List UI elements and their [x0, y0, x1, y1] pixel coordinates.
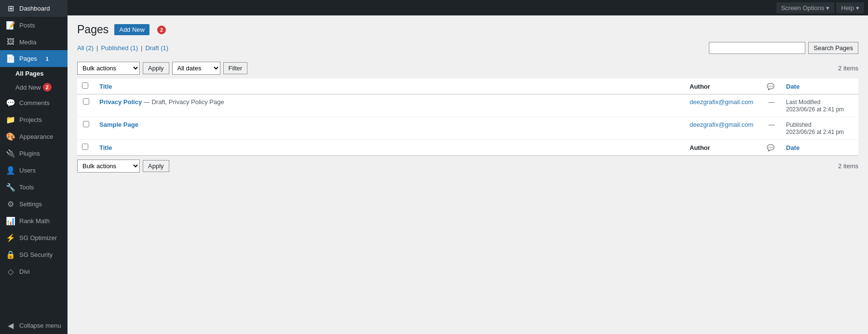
comment-val-0: — [769, 98, 775, 106]
select-all-checkbox-top[interactable] [82, 82, 88, 89]
col-footer-author: Author [685, 140, 762, 156]
col-date-sort-link[interactable]: Date [786, 83, 800, 90]
page-draft-note-0: — Draft, Privacy Policy Page [144, 98, 224, 106]
comment-footer-icon: 💬 [767, 144, 774, 151]
tools-icon: 🔧 [6, 183, 15, 192]
row-comment-cell-1: — [762, 117, 781, 140]
help-button[interactable]: Help ▾ [836, 2, 864, 13]
sidebar-subitem-add-new[interactable]: Add New 2 [0, 80, 68, 94]
apply-button-bottom[interactable]: Apply [143, 160, 169, 172]
page-title: Pages [77, 23, 108, 36]
pages-table: Title Author 💬 Date Privacy Policy — Dra… [77, 79, 858, 156]
top-toolbar: Bulk actions Apply All dates Filter 2 it… [77, 62, 858, 75]
search-pages-button[interactable]: Search Pages [808, 42, 858, 54]
page-title-link-0[interactable]: Privacy Policy [99, 98, 142, 106]
sidebar-item-rank-math[interactable]: 📊 Rank Math [0, 213, 68, 229]
help-chevron-icon: ▾ [856, 4, 859, 12]
table-row: Sample Page deezgrafix@gmail.com — Publi… [77, 117, 858, 140]
col-footer-title-link[interactable]: Title [99, 144, 112, 151]
page-title-link-1[interactable]: Sample Page [99, 121, 138, 128]
sidebar-item-sg-optimizer[interactable]: ⚡ SG Optimizer [0, 229, 68, 246]
col-footer-checkbox [77, 140, 95, 156]
select-all-checkbox-bottom[interactable] [82, 144, 88, 150]
items-count-top: 2 items [838, 65, 858, 72]
row-comment-cell-0: — [762, 94, 781, 117]
sg-optimizer-icon: ⚡ [6, 233, 15, 242]
pages-icon: 📄 [6, 54, 15, 63]
topbar: Screen Options ▾ Help ▾ [68, 0, 868, 15]
col-footer-comment: 💬 [762, 140, 781, 156]
search-input[interactable] [709, 42, 805, 54]
col-footer-date-link[interactable]: Date [786, 144, 800, 151]
sidebar-item-media[interactable]: 🖼 Media [0, 34, 68, 50]
plugins-icon: 🔌 [6, 149, 15, 158]
date-value-0: 2023/06/26 at 2:41 pm [786, 106, 844, 113]
author-link-0[interactable]: deezgrafix@gmail.com [690, 98, 753, 106]
screen-options-chevron-icon: ▾ [826, 4, 829, 12]
row-author-cell-1: deezgrafix@gmail.com [685, 117, 762, 140]
sidebar-item-comments[interactable]: 💬 Comments [0, 94, 68, 111]
sidebar-item-sg-security[interactable]: 🔒 SG Security [0, 246, 68, 263]
dashboard-icon: ⊞ [6, 4, 15, 13]
date-label-1: Published [786, 121, 812, 128]
row-title-cell-1: Sample Page [95, 117, 685, 140]
col-header-date: Date [781, 79, 858, 94]
col-title-sort-link[interactable]: Title [99, 83, 112, 90]
dates-select-top[interactable]: All dates [172, 62, 220, 75]
appearance-icon: 🎨 [6, 132, 15, 141]
row-title-cell-0: Privacy Policy — Draft, Privacy Policy P… [95, 94, 685, 117]
settings-icon: ⚙ [6, 200, 15, 209]
sidebar-item-dashboard[interactable]: ⊞ Dashboard [0, 0, 68, 17]
items-count-bottom: 2 items [838, 162, 858, 170]
table-body: Privacy Policy — Draft, Privacy Policy P… [77, 94, 858, 140]
table-row: Privacy Policy — Draft, Privacy Policy P… [77, 94, 858, 117]
col-header-author: Author [685, 79, 762, 94]
main-content: Pages Add New 2 All (2) | Published (1) … [68, 15, 868, 334]
posts-icon: 📝 [6, 21, 15, 30]
collapse-icon: ◀ [6, 321, 15, 330]
date-label-0: Last Modified [786, 99, 820, 106]
col-footer-title: Title [95, 140, 685, 156]
row-date-cell-0: Last Modified 2023/06/26 at 2:41 pm [781, 94, 858, 117]
pages-badge: 1 [43, 54, 52, 63]
sidebar-item-appearance[interactable]: 🎨 Appearance [0, 128, 68, 145]
sidebar-item-projects[interactable]: 📁 Projects [0, 111, 68, 128]
filter-published-link[interactable]: Published (1) [101, 44, 138, 52]
table-footer-row: Title Author 💬 Date [77, 140, 858, 156]
comments-icon: 💬 [6, 98, 15, 107]
author-link-1[interactable]: deezgrafix@gmail.com [690, 121, 753, 128]
row-checkbox-0 [77, 94, 95, 117]
filter-button[interactable]: Filter [223, 62, 248, 74]
sidebar-item-divi[interactable]: ◇ Divi [0, 263, 68, 280]
projects-icon: 📁 [6, 115, 15, 124]
bulk-actions-select-top[interactable]: Bulk actions [77, 62, 140, 75]
row-select-checkbox-1[interactable] [83, 121, 89, 127]
filter-all-link[interactable]: All (2) [77, 44, 94, 52]
sidebar-item-posts[interactable]: 📝 Posts [0, 17, 68, 34]
sidebar-subitem-all-pages[interactable]: All Pages [0, 67, 68, 80]
bulk-actions-select-bottom[interactable]: Bulk actions [77, 160, 140, 173]
page-header-badge: 2 [157, 26, 166, 34]
comment-val-1: — [769, 121, 775, 128]
add-new-button[interactable]: Add New [114, 24, 149, 35]
sidebar-item-pages[interactable]: 📄 Pages 1 [0, 50, 68, 67]
bottom-toolbar: Bulk actions Apply 2 items [77, 160, 858, 173]
sidebar-item-users[interactable]: 👤 Users [0, 162, 68, 179]
sidebar-item-settings[interactable]: ⚙ Settings [0, 196, 68, 213]
sidebar-item-plugins[interactable]: 🔌 Plugins [0, 145, 68, 162]
divi-icon: ◇ [6, 267, 15, 276]
media-icon: 🖼 [6, 38, 15, 46]
row-date-cell-1: Published 2023/06/26 at 2:41 pm [781, 117, 858, 140]
col-header-comment: 💬 [762, 79, 781, 94]
rank-math-icon: 📊 [6, 216, 15, 226]
sidebar: ⊞ Dashboard 📝 Posts 🖼 Media 📄 Pages 1 Al… [0, 0, 68, 334]
sidebar-item-tools[interactable]: 🔧 Tools [0, 179, 68, 196]
row-select-checkbox-0[interactable] [83, 98, 89, 105]
filter-draft-link[interactable]: Draft (1) [145, 44, 168, 52]
col-header-title: Title [95, 79, 685, 94]
sidebar-collapse-menu[interactable]: ◀ Collapse menu [0, 317, 68, 334]
apply-button-top[interactable]: Apply [143, 62, 169, 74]
col-header-checkbox [77, 79, 95, 94]
screen-options-button[interactable]: Screen Options ▾ [776, 2, 835, 13]
bottom-toolbar-left: Bulk actions Apply [77, 160, 169, 173]
